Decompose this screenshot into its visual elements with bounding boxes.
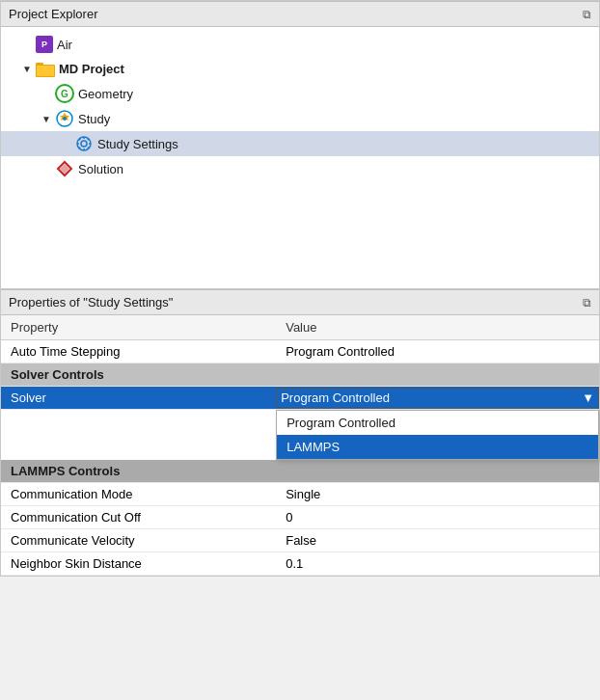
dropdown-popup-container: Program Controlled LAMMPS bbox=[276, 410, 599, 460]
row-communication-mode: Communication Mode Single bbox=[1, 483, 599, 506]
prop-communicate-velocity: Communicate Velocity bbox=[1, 529, 276, 552]
svg-text:G: G bbox=[61, 89, 68, 99]
properties-pin-icon[interactable]: ⧉ bbox=[583, 296, 591, 310]
project-explorer-title: Project Explorer bbox=[9, 7, 97, 21]
page-wrapper: Project Explorer ⧉ ▶ P Air ▼ bbox=[0, 0, 600, 577]
tree-label-study-settings: Study Settings bbox=[97, 137, 178, 151]
val-communication-mode: Single bbox=[276, 483, 599, 506]
dropdown-popup-row: Program Controlled LAMMPS bbox=[1, 410, 599, 461]
solver-selected-value: Program Controlled bbox=[281, 390, 390, 405]
solution-icon bbox=[55, 159, 74, 178]
row-auto-time-stepping: Auto Time Stepping Program Controlled bbox=[1, 340, 599, 363]
solver-dropdown-display[interactable]: Program Controlled ▼ bbox=[276, 388, 599, 408]
tree-item-solution[interactable]: ▶ Solution bbox=[1, 156, 599, 181]
row-neighbor-skin-distance: Neighbor Skin Distance 0.1 bbox=[1, 552, 599, 576]
val-communicate-velocity: False bbox=[276, 529, 599, 552]
column-property-header: Property bbox=[1, 315, 276, 340]
tree-label-study: Study bbox=[78, 112, 110, 126]
air-icon: P bbox=[36, 36, 53, 53]
row-communication-cut-off: Communication Cut Off 0 bbox=[1, 506, 599, 529]
dropdown-popup-cell: Program Controlled LAMMPS bbox=[1, 410, 599, 461]
folder-icon bbox=[36, 59, 55, 78]
properties-table: Property Value Auto Time Stepping Progra… bbox=[1, 315, 599, 576]
properties-panel-title: Properties of "Study Settings" bbox=[9, 295, 173, 310]
project-explorer-pin-icon[interactable]: ⧉ bbox=[583, 8, 591, 21]
tree-label-solution: Solution bbox=[78, 162, 123, 176]
tree-item-geometry[interactable]: ▶ G Geometry bbox=[1, 81, 599, 106]
solver-controls-label: Solver Controls bbox=[1, 363, 599, 387]
geometry-icon: G bbox=[55, 84, 74, 103]
svg-point-8 bbox=[81, 141, 87, 147]
project-explorer-panel: Project Explorer ⧉ ▶ P Air ▼ bbox=[0, 0, 600, 289]
tree-item-md-project[interactable]: ▼ MD Project bbox=[1, 56, 599, 81]
section-header-solver-controls: Solver Controls bbox=[1, 363, 599, 387]
svg-rect-2 bbox=[37, 66, 54, 76]
tree-label-air: Air bbox=[57, 38, 72, 52]
dropdown-option-lammps[interactable]: LAMMPS bbox=[277, 435, 598, 459]
project-explorer-header: Project Explorer ⧉ bbox=[1, 1, 599, 27]
dropdown-option-program-controlled[interactable]: Program Controlled bbox=[277, 411, 598, 435]
study-icon bbox=[55, 109, 74, 128]
dropdown-popup: Program Controlled LAMMPS bbox=[276, 410, 599, 460]
row-communicate-velocity: Communicate Velocity False bbox=[1, 529, 599, 552]
tree-item-air[interactable]: ▶ P Air bbox=[1, 33, 599, 56]
prop-auto-time-stepping: Auto Time Stepping bbox=[1, 340, 276, 363]
section-header-lammps-controls: LAMMPS Controls bbox=[1, 460, 599, 483]
prop-solver: Solver bbox=[1, 387, 276, 410]
column-value-header: Value bbox=[276, 315, 599, 340]
val-auto-time-stepping: Program Controlled bbox=[276, 340, 599, 363]
val-solver[interactable]: Program Controlled ▼ bbox=[276, 387, 599, 410]
tree-container: ▶ P Air ▼ MD Project ▶ bbox=[1, 27, 599, 187]
tree-item-study[interactable]: ▼ Study bbox=[1, 106, 599, 131]
solver-dropdown-arrow[interactable]: ▼ bbox=[582, 390, 594, 405]
val-neighbor-skin-distance: 0.1 bbox=[276, 552, 599, 576]
svg-point-6 bbox=[63, 117, 67, 121]
lammps-controls-label: LAMMPS Controls bbox=[1, 460, 599, 483]
tree-item-study-settings[interactable]: ▶ Study Settings bbox=[1, 131, 599, 156]
prop-communication-mode: Communication Mode bbox=[1, 483, 276, 506]
properties-panel-header: Properties of "Study Settings" ⧉ bbox=[1, 289, 599, 315]
study-chevron[interactable]: ▼ bbox=[40, 112, 53, 125]
prop-communication-cut-off: Communication Cut Off bbox=[1, 506, 276, 529]
md-project-chevron[interactable]: ▼ bbox=[20, 62, 34, 75]
tree-label-md-project: MD Project bbox=[59, 62, 124, 76]
val-communication-cut-off: 0 bbox=[276, 506, 599, 529]
study-settings-icon bbox=[74, 134, 94, 153]
tree-label-geometry: Geometry bbox=[78, 87, 133, 101]
prop-neighbor-skin-distance: Neighbor Skin Distance bbox=[1, 552, 276, 576]
properties-panel: Properties of "Study Settings" ⧉ Propert… bbox=[0, 289, 600, 577]
row-solver[interactable]: Solver Program Controlled ▼ bbox=[1, 387, 599, 410]
